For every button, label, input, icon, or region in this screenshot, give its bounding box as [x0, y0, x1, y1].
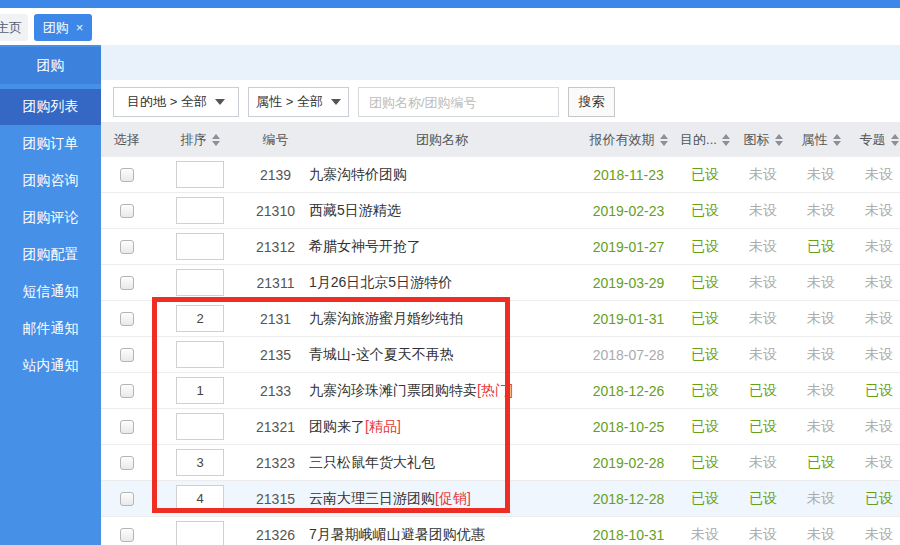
col-header-topic[interactable]: 专题: [850, 122, 900, 157]
groupbuy-id: 21311: [257, 275, 295, 291]
table-row: 21315云南大理三日游团购[促销]2018-12-28已设已设未设已设: [101, 481, 900, 517]
sidebar-item-7[interactable]: 站内通知: [0, 348, 101, 384]
cell-destination-status: 已设: [676, 481, 734, 516]
sort-arrows-icon[interactable]: [833, 134, 841, 146]
cell-topic-status: 未设: [850, 517, 900, 545]
sort-input[interactable]: [176, 269, 224, 296]
cell-select: [101, 337, 152, 372]
sort-input[interactable]: [176, 521, 224, 545]
sidebar-item-6[interactable]: 邮件通知: [0, 311, 101, 347]
groupbuy-name: 1月26日北京5日游特价: [309, 274, 452, 292]
sort-input[interactable]: [176, 485, 224, 512]
topic-status: 未设: [865, 346, 893, 364]
sort-arrows-icon[interactable]: [775, 134, 783, 146]
row-checkbox[interactable]: [120, 276, 134, 290]
sort-input[interactable]: [176, 377, 224, 404]
tab-home[interactable]: 主页: [0, 14, 28, 41]
row-checkbox[interactable]: [120, 528, 134, 542]
sort-input[interactable]: [176, 305, 224, 332]
groupbuy-name: 云南大理三日游团购: [309, 490, 435, 508]
row-checkbox[interactable]: [120, 348, 134, 362]
destination-status: 已设: [691, 490, 719, 508]
col-header-attribute[interactable]: 属性: [792, 122, 850, 157]
cell-attribute-status: 未设: [792, 373, 850, 408]
sidebar-item-3[interactable]: 团购评论: [0, 200, 101, 236]
cell-name: 团购来了[精品]: [303, 409, 581, 444]
icon-status: 已设: [749, 490, 777, 508]
row-checkbox[interactable]: [120, 384, 134, 398]
col-header-select: 选择: [101, 122, 152, 157]
valid-date: 2018-07-28: [593, 347, 665, 363]
cell-id: 2131: [248, 301, 303, 336]
col-header-label: 属性: [802, 131, 828, 149]
tab-groupbuy[interactable]: 团购 ×: [34, 14, 92, 41]
cell-sort: [152, 229, 248, 264]
topic-status: 未设: [865, 166, 893, 184]
cell-name: 九寨沟珍珠滩门票团购特卖[热门]: [303, 373, 581, 408]
cell-select: [101, 193, 152, 228]
attribute-dropdown[interactable]: 属性 > 全部: [248, 87, 349, 117]
table-row: 2135青城山-这个夏天不再热2018-07-28已设未设未设未设: [101, 337, 900, 373]
sort-arrows-icon[interactable]: [722, 134, 730, 146]
cell-destination-status: 已设: [676, 337, 734, 372]
cell-sort: [152, 517, 248, 545]
row-checkbox[interactable]: [120, 168, 134, 182]
col-header-valid-date[interactable]: 报价有效期: [581, 122, 676, 157]
sort-input[interactable]: [176, 449, 224, 476]
groupbuy-name: 西藏5日游精选: [309, 202, 401, 220]
groupbuy-id: 21321: [256, 419, 295, 435]
cell-select: [101, 373, 152, 408]
cell-valid-date: 2018-10-25: [581, 409, 676, 444]
sidebar-header: 团购: [0, 47, 101, 84]
col-header-sort[interactable]: 排序: [152, 122, 248, 157]
sidebar-items: 团购列表团购订单团购咨询团购评论团购配置短信通知邮件通知站内通知: [0, 89, 101, 385]
icon-status: 未设: [749, 274, 777, 292]
sort-arrows-icon[interactable]: [891, 134, 899, 146]
chevron-down-icon: [215, 99, 225, 105]
cell-icon-status: 未设: [734, 265, 792, 300]
cell-select: [101, 157, 152, 192]
row-checkbox[interactable]: [120, 204, 134, 218]
sort-arrows-icon[interactable]: [660, 134, 668, 146]
sort-input[interactable]: [176, 233, 224, 260]
sidebar-item-1[interactable]: 团购订单: [0, 126, 101, 162]
sidebar: 团购 团购列表团购订单团购咨询团购评论团购配置短信通知邮件通知站内通知: [0, 45, 101, 545]
sidebar-item-0[interactable]: 团购列表: [0, 89, 101, 125]
col-header-destination[interactable]: 目的...: [676, 122, 734, 157]
destination-status: 已设: [691, 346, 719, 364]
row-checkbox[interactable]: [120, 420, 134, 434]
sidebar-item-2[interactable]: 团购咨询: [0, 163, 101, 199]
sidebar-item-4[interactable]: 团购配置: [0, 237, 101, 273]
sort-input[interactable]: [176, 197, 224, 224]
cell-icon-status: 未设: [734, 157, 792, 192]
sort-input[interactable]: [176, 413, 224, 440]
valid-date: 2018-12-26: [593, 383, 665, 399]
cell-sort: [152, 265, 248, 300]
sort-input[interactable]: [176, 161, 224, 188]
cell-icon-status: 未设: [734, 193, 792, 228]
cell-select: [101, 229, 152, 264]
row-checkbox[interactable]: [120, 312, 134, 326]
cell-name: 青城山-这个夏天不再热: [303, 337, 581, 372]
destination-status: 已设: [691, 310, 719, 328]
search-input[interactable]: [358, 87, 559, 117]
destination-dropdown[interactable]: 目的地 > 全部: [113, 87, 239, 117]
destination-status: 已设: [691, 454, 719, 472]
col-header-icon[interactable]: 图标: [734, 122, 792, 157]
cell-id: 21323: [248, 445, 303, 480]
cell-id: 2133: [248, 373, 303, 408]
row-checkbox[interactable]: [120, 492, 134, 506]
sort-arrows-icon[interactable]: [212, 134, 220, 146]
tab-close-icon[interactable]: ×: [76, 21, 84, 34]
cell-id: 21315: [248, 481, 303, 516]
row-checkbox[interactable]: [120, 456, 134, 470]
row-checkbox[interactable]: [120, 240, 134, 254]
destination-status: 已设: [691, 166, 719, 184]
cell-destination-status: 已设: [676, 157, 734, 192]
icon-status: 未设: [749, 346, 777, 364]
cell-topic-status: 未设: [850, 193, 900, 228]
search-button[interactable]: 搜索: [568, 87, 615, 117]
sidebar-item-5[interactable]: 短信通知: [0, 274, 101, 310]
cell-destination-status: 未设: [676, 517, 734, 545]
sort-input[interactable]: [176, 341, 224, 368]
